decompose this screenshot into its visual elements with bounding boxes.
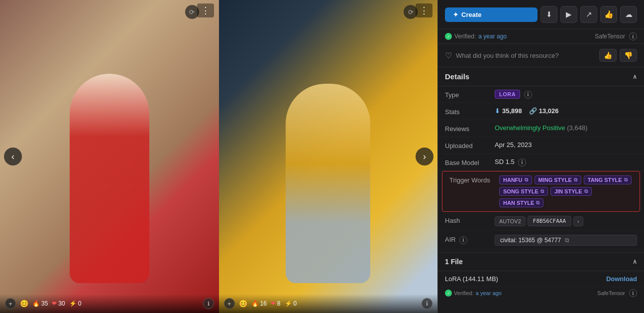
base-model-info-icon[interactable]: ℹ bbox=[518, 158, 526, 166]
file-verified-text: Verified: bbox=[454, 290, 474, 296]
heart-outline-icon: ♡ bbox=[445, 51, 452, 60]
file-section-header: 1 File ∧ bbox=[438, 252, 644, 271]
trigger-tag-3[interactable]: SONG STYLE ⧉ bbox=[499, 187, 548, 196]
verified-dot: ✓ bbox=[445, 33, 452, 40]
stats-label: Stats bbox=[445, 107, 490, 116]
fire-count-left: 35 bbox=[41, 300, 48, 307]
type-value: LORA ℹ bbox=[495, 90, 637, 99]
info-button-left[interactable]: ℹ bbox=[203, 298, 214, 309]
three-dots-left[interactable]: ⋮ bbox=[197, 3, 214, 17]
fire-count-right: 16 bbox=[260, 300, 267, 307]
air-value-text: civitai: 15365 @ 54777 bbox=[500, 237, 561, 244]
card-menu-right[interactable]: ⋮ bbox=[416, 5, 432, 16]
stat-fire-right: 🔥 16 bbox=[251, 300, 267, 307]
fire-icon-left: 🔥 bbox=[32, 300, 40, 307]
review-prompt-text: What did you think of this resource? bbox=[456, 52, 559, 59]
hash-arrow-button[interactable]: › bbox=[573, 216, 583, 226]
right-panel: ✦ Create ⬇ ▶ ↗ 👍 ☁ ✓ Verified: a year ag… bbox=[437, 0, 644, 313]
verified-time-link[interactable]: a year ago bbox=[478, 33, 507, 40]
verified-left: ✓ Verified: a year ago bbox=[445, 33, 507, 40]
type-label: Type bbox=[445, 90, 490, 99]
detail-row-hash: Hash AUTOV2 F8B56CFAAA › bbox=[438, 212, 644, 231]
verified-bar: ✓ Verified: a year ago SafeTensor ℹ bbox=[438, 29, 644, 44]
air-info-icon[interactable]: ℹ bbox=[459, 236, 467, 244]
share-toolbar-button[interactable]: ↗ bbox=[580, 6, 597, 23]
create-label: Create bbox=[461, 11, 481, 18]
details-title: Details bbox=[445, 72, 469, 81]
trigger-tag-copy-1: ⧉ bbox=[574, 177, 577, 183]
hash-algo-badge: AUTOV2 bbox=[495, 216, 526, 226]
trigger-tag-copy-5: ⧉ bbox=[536, 200, 539, 206]
play-toolbar-button[interactable]: ▶ bbox=[560, 6, 577, 23]
stats-value: ⬇ 35,898 🔗 13,026 bbox=[495, 107, 637, 115]
details-section: Details ∧ Type LORA ℹ Stats ⬇ 35,898 bbox=[438, 67, 644, 250]
file-row: LoRA (144.11 MB) Download bbox=[438, 271, 644, 287]
image-card-right: ⋮ ⟳ › + 😊 🔥 16 ❤ 8 ⚡ 0 ℹ bbox=[219, 0, 438, 313]
file-section-title: 1 File bbox=[445, 258, 463, 266]
air-value-container: civitai: 15365 @ 54777 ⧉ bbox=[495, 235, 637, 246]
detail-row-base-model: Base Model SD 1.5 ℹ bbox=[438, 154, 644, 171]
detail-row-reviews: Reviews Overwhelmingly Positive (3,648) bbox=[438, 120, 644, 137]
trigger-tag-copy-4: ⧉ bbox=[584, 188, 588, 194]
stat-heart-left: ❤ 30 bbox=[52, 300, 65, 307]
reviews-value: Overwhelmingly Positive (3,648) bbox=[495, 124, 637, 132]
safe-tensor-label: SafeTensor bbox=[595, 33, 625, 40]
trigger-tag-copy-2: ⧉ bbox=[624, 177, 628, 183]
detail-row-trigger-words: Trigger Words HANFU ⧉MING STYLE ⧉TANG ST… bbox=[442, 171, 640, 212]
details-chevron-icon[interactable]: ∧ bbox=[633, 73, 637, 80]
download-icon: ⬇ bbox=[495, 107, 500, 115]
nav-arrow-right[interactable]: › bbox=[416, 148, 433, 165]
thumbs-up-button[interactable]: 👍 bbox=[599, 49, 617, 62]
info-button-right[interactable]: ℹ bbox=[422, 298, 432, 309]
reviews-positive-text[interactable]: Overwhelmingly Positive bbox=[495, 124, 565, 132]
file-verified-left: ✓ Verified: a year ago bbox=[445, 290, 502, 297]
stat-remixes: 🔗 13,026 bbox=[529, 107, 559, 115]
add-button-left[interactable]: + bbox=[5, 298, 16, 309]
download-toolbar-button[interactable]: ⬇ bbox=[540, 6, 557, 23]
trigger-tag-1[interactable]: MING STYLE ⧉ bbox=[535, 175, 581, 184]
trigger-tag-2[interactable]: TANG STYLE ⧉ bbox=[584, 175, 632, 184]
like-toolbar-button[interactable]: 👍 bbox=[600, 6, 617, 23]
download-button[interactable]: Download bbox=[606, 275, 637, 283]
image-card-left: ⋮ ⟳ ‹ + 😊 🔥 35 ❤ 30 ⚡ 0 ℹ bbox=[0, 0, 219, 313]
safe-tensor-info-icon[interactable]: ℹ bbox=[629, 32, 637, 40]
emoji-right[interactable]: 😊 bbox=[239, 300, 247, 308]
create-button[interactable]: ✦ Create bbox=[445, 7, 537, 22]
emoji-left[interactable]: 😊 bbox=[20, 300, 28, 308]
trigger-tag-0[interactable]: HANFU ⧉ bbox=[499, 175, 532, 184]
file-safe-tensor-info-icon[interactable]: ℹ bbox=[629, 289, 637, 297]
file-verified-time-link[interactable]: a year ago bbox=[476, 290, 502, 296]
nav-arrow-left[interactable]: ‹ bbox=[4, 148, 22, 165]
file-verified-row: ✓ Verified: a year ago SafeTensor ℹ bbox=[438, 287, 644, 301]
hash-value-text: F8B56CFAAA bbox=[528, 216, 571, 226]
three-dots-right[interactable]: ⋮ bbox=[416, 3, 432, 17]
card-menu-left[interactable]: ⋮ bbox=[197, 5, 214, 16]
type-info-icon[interactable]: ℹ bbox=[524, 91, 532, 99]
detail-row-stats: Stats ⬇ 35,898 🔗 13,026 bbox=[438, 103, 644, 120]
trigger-tag-5[interactable]: HAN STYLE ⧉ bbox=[499, 198, 543, 207]
add-button-right[interactable]: + bbox=[224, 298, 235, 309]
base-model-label: Base Model bbox=[445, 158, 490, 166]
stat-heart-right: ❤ 8 bbox=[271, 300, 281, 307]
fire-icon-right: 🔥 bbox=[251, 300, 259, 307]
heart-count-right: 8 bbox=[277, 300, 281, 307]
trigger-tag-copy-0: ⧉ bbox=[525, 177, 528, 183]
create-icon: ✦ bbox=[453, 11, 458, 18]
thumbs-down-button[interactable]: 👎 bbox=[620, 49, 637, 62]
detail-row-type: Type LORA ℹ bbox=[438, 86, 644, 103]
stat-bolt-right: ⚡ 0 bbox=[285, 300, 297, 307]
detail-row-air: AIR ℹ civitai: 15365 @ 54777 ⧉ bbox=[438, 231, 644, 250]
trigger-tag-4[interactable]: JIN STYLE ⧉ bbox=[550, 187, 592, 196]
stat-fire-left: 🔥 35 bbox=[32, 300, 48, 307]
cloud-toolbar-button[interactable]: ☁ bbox=[620, 6, 637, 23]
file-safe-tensor: SafeTensor ℹ bbox=[597, 289, 637, 297]
safe-tensor-right: SafeTensor ℹ bbox=[595, 32, 637, 40]
file-section-chevron-icon[interactable]: ∧ bbox=[633, 258, 637, 265]
images-panel: ⋮ ⟳ ‹ + 😊 🔥 35 ❤ 30 ⚡ 0 ℹ ⋮ bbox=[0, 0, 437, 313]
lora-badge: LORA bbox=[495, 90, 520, 99]
uploaded-label: Uploaded bbox=[445, 141, 490, 150]
bolt-count-right: 0 bbox=[294, 300, 297, 307]
hash-label: Hash bbox=[445, 216, 490, 224]
image-left bbox=[0, 0, 219, 313]
air-copy-button[interactable]: ⧉ bbox=[565, 237, 569, 244]
